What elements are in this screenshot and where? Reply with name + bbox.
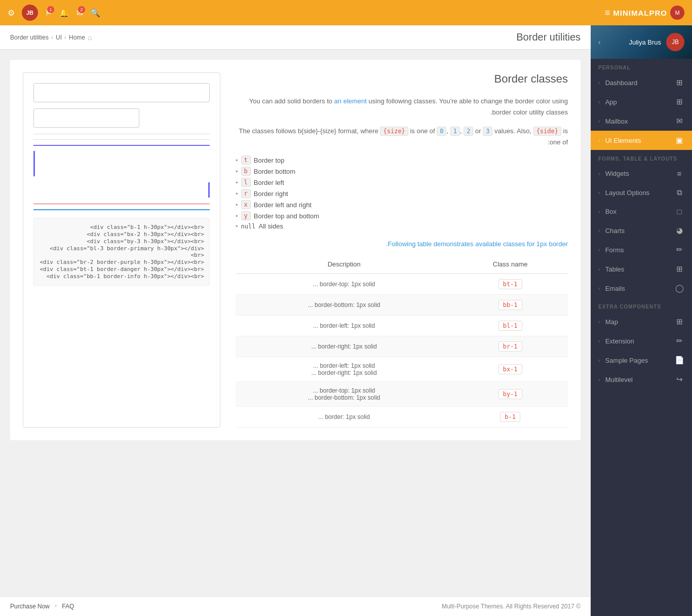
sidebar-item-ui-elements[interactable]: ‹ UI Elements ▣ [591,131,692,150]
sidebar-item-dashboard[interactable]: ‹ Dashboard ⊞ [591,73,692,92]
list-item-y: Border top and bottom y [236,211,568,220]
section-title: Border classes [236,72,568,86]
chevron-dashboard: ‹ [598,80,600,86]
emails-icon: ◯ [674,284,684,293]
table-row: ... border-left: 1px solid... border-rig… [236,357,568,382]
chevron-layout: ‹ [598,189,600,196]
sidebar-item-multilevel[interactable]: ‹ Multilevel ↪ [591,370,692,389]
sidebar-label-widgets: Widgets [605,170,629,177]
table-row: ... border-top: 1px solid bt-1 [236,274,568,295]
side-code-b: b [241,167,251,176]
breadcrumb-ui[interactable]: UI [56,34,62,41]
sidebar-item-tables[interactable]: ‹ Tables ⊞ [591,259,692,279]
divider-primary [33,145,210,146]
desc-by1: ... border-top: 1px solid... border-bott… [236,382,452,407]
breadcrumb: Border utilities ‹ UI ‹ Home ⌂ [10,33,92,42]
search-icon[interactable]: 🔍 [90,8,100,18]
sidebar-label-emails: Emails [605,285,625,292]
profile-initials: JB [672,38,679,46]
navbar-left: ⚙ JB ⚑ 1 🔔 ✉ 2 🔍 [8,5,100,21]
sidebar-profile: ‹ Juliya Brus JB [591,25,692,59]
page-title: Border utilities [516,31,581,43]
navbar-right: ≡ MINIMALPRO M [605,6,684,20]
sidebar-label-layout: Layout Options [605,189,649,197]
home-icon: ⌂ [88,33,92,42]
sidebar-item-forms[interactable]: ‹ Forms ✏ [591,240,692,259]
sidebar-item-tables-left: ‹ Tables [598,265,624,273]
sidebar-item-mailbox[interactable]: ‹ Mailbox ✉ [591,111,692,131]
sidebar-label-dashboard: Dashboard [605,79,638,87]
profile-chevron-left[interactable]: ‹ [598,38,601,46]
sidebar-label-multilevel: Multilevel [605,376,633,383]
hamburger-icon[interactable]: ≡ [605,8,610,18]
class-bl1: bl-1 [452,316,568,336]
sidebar-item-mailbox-left: ‹ Mailbox [598,118,628,125]
sidebar-item-map[interactable]: ‹ Map ⊞ [591,312,692,331]
side-label-b: Border bottom [254,168,295,175]
description-panel: Border classes You can add solid borders… [236,72,568,428]
sidebar-item-layout-left: ‹ Layout Options [598,189,649,197]
sidebar-item-charts[interactable]: ‹ Charts ◕ [591,221,692,240]
chevron-emails: ‹ [598,285,600,291]
code-2: 2 [464,127,473,136]
sidebar-item-app[interactable]: ‹ App ⊞ [591,92,692,111]
side-label-y: Border top and bottom [254,212,319,220]
chevron-ui: ‹ [598,137,600,143]
multilevel-icon: ↪ [674,375,684,384]
map-icon: ⊞ [674,317,684,326]
sidebar-item-ui-left: ‹ UI Elements [598,137,641,144]
avatar[interactable]: JB [22,5,38,21]
brand-logo: MINIMALPRO [613,9,667,17]
charts-icon: ◕ [674,226,684,235]
sidebar-label-app: App [605,98,617,106]
demo-input-2[interactable] [33,108,139,128]
widgets-icon: ≡ [674,169,684,178]
demo-input-1[interactable] [33,83,210,102]
sidebar-label-extension: Extension [605,337,634,345]
table-row: ... border-top: 1px solid... border-bott… [236,382,568,407]
divider-2 [33,139,210,140]
breadcrumb-border-utilities[interactable]: Border utilities [10,34,49,41]
sidebar-item-forms-left: ‹ Forms [598,246,624,254]
side-code-r: r [241,189,251,198]
divider-1 [33,134,210,134]
main-area: Border utilities ‹ UI ‹ Home ⌂ Border ut… [0,25,591,616]
code-3: 3 [483,127,492,136]
chevron-app: ‹ [598,99,600,105]
chevron-sample: ‹ [598,357,600,363]
bell-icon[interactable]: 🔔 [59,8,69,18]
sidebar-item-layout-options[interactable]: ‹ Layout Options ⧉ [591,183,692,202]
table-row: ... border: 1px solid b-1 [236,407,568,428]
desc-link[interactable]: an element [334,97,367,105]
sidebar-item-emails[interactable]: ‹ Emails ◯ [591,279,692,298]
flag-icon[interactable]: ⚑ 1 [45,8,52,18]
content-area: <div class="b-1 h-30px"></div><br> <div … [0,50,591,596]
chevron-forms: ‹ [598,247,600,253]
profile-info: Juliya Brus JB [629,33,684,51]
brand-avatar: M [670,6,684,20]
sidebar-item-extension-left: ‹ Extension [598,337,634,345]
chevron-mailbox: ‹ [598,118,600,124]
sidebar-item-extension[interactable]: ‹ Extension ✏ [591,331,692,351]
sample-pages-icon: 📄 [674,356,684,365]
breadcrumb-home[interactable]: Home [69,34,85,41]
footer-faq[interactable]: FAQ [62,603,74,610]
border-left-demo [33,151,210,176]
gear-icon[interactable]: ⚙ [8,8,15,18]
sidebar-item-widgets[interactable]: ‹ Widgets ≡ [591,164,692,183]
top-navbar: ⚙ JB ⚑ 1 🔔 ✉ 2 🔍 ≡ MINIMALPRO M [0,0,692,25]
class-bb1: bb-1 [452,295,568,316]
sidebar-item-box[interactable]: ‹ Box □ [591,202,692,221]
mail-icon[interactable]: ✉ 2 [76,8,83,18]
border-sides-list: Border top t Border bottom b Border left… [236,156,568,230]
footer: Purchase Now • FAQ Multi-Purpose Themes.… [0,596,591,616]
ui-elements-icon: ▣ [674,136,684,145]
chevron-multilevel: ‹ [598,376,600,382]
code-1: 1 [450,127,460,136]
footer-purchase[interactable]: Purchase Now [10,603,50,610]
sidebar-item-sample-pages[interactable]: ‹ Sample Pages 📄 [591,351,692,370]
main-card: <div class="b-1 h-30px"></div><br> <div … [10,60,581,440]
profile-avatar: JB [666,33,684,51]
desc-text-1: You can add solid borders to an element … [236,96,568,118]
profile-name: Juliya Brus [629,38,661,46]
